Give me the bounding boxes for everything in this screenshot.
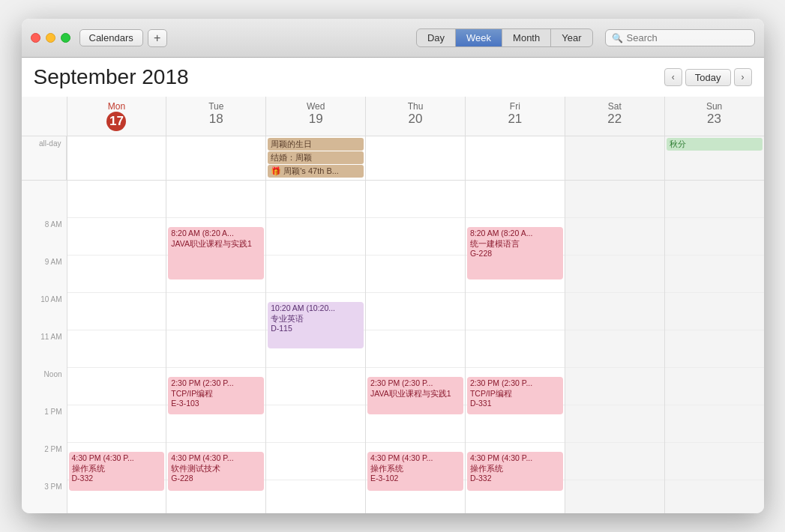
allday-label: all-day <box>22 136 67 180</box>
time-label-1pm: 1 PM <box>22 405 67 443</box>
day-label-wed: Wed <box>272 101 359 112</box>
month-view-button[interactable]: Month <box>502 29 551 46</box>
day-headers: Mon 17 Tue 18 Wed 19 Thu 20 <box>22 97 764 136</box>
event-time: 2:30 PM (2:30 P... <box>171 378 261 389</box>
event-room: D-332 <box>72 474 162 484</box>
day-label-fri: Fri <box>472 101 559 112</box>
event-time: 4:30 PM (4:30 P... <box>470 453 560 464</box>
day-header-wed: Wed 19 <box>265 97 365 136</box>
event-title: 统一建模语言 <box>470 239 560 250</box>
event-tue-java[interactable]: 8:20 AM (8:20 A... JAVA职业课程与实践1 <box>168 227 264 279</box>
search-box: 🔍 <box>605 29 755 46</box>
close-button[interactable] <box>31 33 40 43</box>
next-button[interactable]: › <box>734 68 752 86</box>
maximize-button[interactable] <box>61 33 70 43</box>
event-mon-opersys[interactable]: 4:30 PM (4:30 P... 操作系统 D-332 <box>69 452 165 491</box>
day-col-tue: 8:20 AM (8:20 A... JAVA职业课程与实践1 2:30 PM … <box>166 181 265 513</box>
event-time: 4:30 PM (4:30 P... <box>370 453 460 464</box>
allday-fri <box>465 136 565 180</box>
day-col-mon: 4:30 PM (4:30 P... 操作系统 D-332 <box>67 181 166 513</box>
event-thu-java[interactable]: 2:30 PM (2:30 P... JAVA职业课程与实践1 <box>367 377 463 414</box>
allday-event-qiufen[interactable]: 秋分 <box>667 138 763 151</box>
day-col-sun <box>664 181 764 513</box>
time-label-noon: Noon <box>22 368 67 405</box>
allday-tue <box>166 136 265 180</box>
event-tue-tcpip[interactable]: 2:30 PM (2:30 P... TCP/IP编程 E-3-103 <box>168 377 264 414</box>
today-button[interactable]: Today <box>685 69 731 86</box>
event-time: 10:20 AM (10:20... <box>271 303 361 314</box>
search-input[interactable] <box>627 32 739 43</box>
add-calendar-button[interactable]: + <box>148 29 167 47</box>
allday-thu <box>365 136 465 180</box>
day-num-fri: 21 <box>472 112 559 127</box>
day-col-wed: 10:20 AM (10:20... 专业英语 D-115 <box>265 181 365 513</box>
event-wed-english[interactable]: 10:20 AM (10:20... 专业英语 D-115 <box>268 302 364 348</box>
event-title: 操作系统 <box>72 464 162 474</box>
allday-wed: 周颖的生日 结婚：周颖 🎁 周颖's 47th B... <box>265 136 365 180</box>
time-label-8am-text: 8 AM <box>22 218 67 256</box>
time-grid: 8 AM 9 AM 10 AM 11 AM Noon 1 PM 2 PM 3 P… <box>22 181 764 513</box>
traffic-lights <box>31 33 70 43</box>
day-col-sat <box>565 181 664 513</box>
year-view-button[interactable]: Year <box>551 29 592 46</box>
time-label-8am <box>22 181 67 218</box>
event-title: 软件测试技术 <box>171 464 261 474</box>
day-label-thu: Thu <box>372 101 459 112</box>
day-label-tue: Tue <box>172 101 259 112</box>
minimize-button[interactable] <box>46 33 55 43</box>
allday-event-birthday[interactable]: 周颖的生日 <box>268 138 364 151</box>
time-label-3pm: 3 PM <box>22 480 67 513</box>
day-view-button[interactable]: Day <box>417 29 456 46</box>
calendars-button[interactable]: Calendars <box>79 29 143 46</box>
time-label-10am: 10 AM <box>22 293 67 330</box>
month-header: September 2018 ‹ Today › <box>22 58 764 97</box>
time-label-9am: 9 AM <box>22 256 67 293</box>
time-label-11am: 11 AM <box>22 330 67 368</box>
calendar-window: Calendars + Day Week Month Year 🔍 Septem… <box>22 19 764 513</box>
event-tue-softest[interactable]: 4:30 PM (4:30 P... 软件测试技术 G-228 <box>168 452 264 491</box>
allday-event-wedding[interactable]: 结婚：周颖 <box>268 151 364 164</box>
event-title: JAVA职业课程与实践1 <box>171 239 261 250</box>
day-num-sat: 22 <box>571 112 658 127</box>
header-spacer <box>22 97 67 136</box>
time-label-2pm: 2 PM <box>22 443 67 480</box>
event-room: G-228 <box>171 474 261 484</box>
event-fri-tcpip[interactable]: 2:30 PM (2:30 P... TCP/IP编程 D-331 <box>467 377 563 414</box>
event-time: 4:30 PM (4:30 P... <box>171 453 261 464</box>
week-view-button[interactable]: Week <box>456 29 502 46</box>
allday-mon <box>67 136 166 180</box>
calendar-grid: Mon 17 Tue 18 Wed 19 Thu 20 <box>22 97 764 513</box>
event-title: JAVA职业课程与实践1 <box>370 389 460 399</box>
day-header-sat: Sat 22 <box>565 97 664 136</box>
event-room: E-3-103 <box>171 399 261 409</box>
day-header-mon: Mon 17 <box>67 97 166 136</box>
day-header-fri: Fri 21 <box>465 97 565 136</box>
day-columns: 4:30 PM (4:30 P... 操作系统 D-332 <box>67 181 764 513</box>
day-label-sat: Sat <box>571 101 658 112</box>
event-room: D-332 <box>470 474 560 484</box>
event-fri-opersys[interactable]: 4:30 PM (4:30 P... 操作系统 D-332 <box>467 452 563 491</box>
event-time: 4:30 PM (4:30 P... <box>72 453 162 464</box>
nav-area: ‹ Today › <box>664 68 752 86</box>
event-title: 操作系统 <box>470 464 560 474</box>
event-room: G-228 <box>470 249 560 259</box>
main-content: September 2018 ‹ Today › Mon 17 Tue 18 <box>22 58 764 513</box>
allday-event-bday2[interactable]: 🎁 周颖's 47th B... <box>268 165 364 178</box>
view-switcher: Day Week Month Year <box>416 28 593 47</box>
allday-row: all-day 周颖的生日 结婚：周颖 🎁 周颖's 47th B... 秋分 <box>22 136 764 181</box>
day-num-sun: 23 <box>671 112 758 127</box>
day-header-thu: Thu 20 <box>365 97 465 136</box>
allday-sat <box>565 136 664 180</box>
day-num-wed: 19 <box>272 112 359 127</box>
event-title: 操作系统 <box>370 464 460 474</box>
day-label-sun: Sun <box>671 101 758 112</box>
time-labels: 8 AM 9 AM 10 AM 11 AM Noon 1 PM 2 PM 3 P… <box>22 181 67 513</box>
event-thu-opersys[interactable]: 4:30 PM (4:30 P... 操作系统 E-3-102 <box>367 452 463 491</box>
day-num-thu: 20 <box>372 112 459 127</box>
event-room: E-3-102 <box>370 474 460 484</box>
allday-sun: 秋分 <box>664 136 764 180</box>
event-fri-uml[interactable]: 8:20 AM (8:20 A... 统一建模语言 G-228 <box>467 227 563 279</box>
event-title: TCP/IP编程 <box>171 389 261 399</box>
event-time: 2:30 PM (2:30 P... <box>370 378 460 389</box>
prev-button[interactable]: ‹ <box>664 68 682 86</box>
